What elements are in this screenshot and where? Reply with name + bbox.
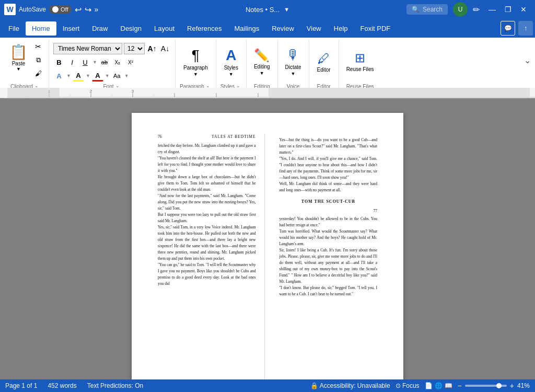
superscript-button[interactable]: X² bbox=[125, 56, 136, 68]
right-page-column: Yes—but the thing is—do you want to be a… bbox=[277, 134, 378, 379]
format-painter-button[interactable]: 🖌 bbox=[32, 68, 44, 79]
paragraph-button[interactable]: ¶ Paragraph ▼ bbox=[180, 45, 211, 78]
web-view-icon[interactable]: 🌐 bbox=[435, 382, 443, 389]
paste-button[interactable]: 📋 Paste ▼ bbox=[6, 41, 31, 74]
pen-icon[interactable]: ✏ bbox=[473, 5, 480, 15]
copy-button[interactable]: ⧉ bbox=[32, 54, 44, 66]
undo-icon[interactable]: ↩ bbox=[75, 5, 82, 15]
search-box[interactable]: 🔍 Search bbox=[406, 4, 448, 15]
ruler-top: 1 2 3 bbox=[0, 88, 535, 98]
styles-button[interactable]: A Styles ▼ bbox=[220, 45, 241, 78]
chapter-title: TOM THE SCOUT-CUB bbox=[280, 199, 378, 205]
paragraph-dropdown[interactable]: ▼ bbox=[193, 72, 198, 77]
menu-home[interactable]: Home bbox=[26, 21, 56, 36]
grow-font-button[interactable]: A↑ bbox=[146, 43, 158, 54]
dictate-button[interactable]: 🎙 Dictate ▼ bbox=[282, 45, 305, 78]
close-button[interactable]: ✕ bbox=[516, 2, 531, 17]
share-button[interactable]: ↑ bbox=[518, 21, 533, 36]
menu-references[interactable]: References bbox=[181, 21, 228, 36]
menu-file[interactable]: File bbox=[2, 21, 26, 36]
ribbon-more-icon: ⌄ bbox=[524, 55, 531, 65]
search-placeholder: Search bbox=[423, 6, 443, 13]
view-controls: 📄 🌐 📖 bbox=[425, 382, 452, 389]
svg-text:2: 2 bbox=[90, 89, 92, 94]
reuse-files-button[interactable]: ⊞ Reuse Files bbox=[343, 45, 377, 78]
editing-button[interactable]: ✏️ Editing ▼ bbox=[251, 45, 273, 78]
page-number-left: 76 bbox=[158, 134, 162, 140]
autosave-label: AutoSave bbox=[19, 6, 46, 13]
word-app-icon: W bbox=[4, 4, 16, 15]
subscript-button[interactable]: X₂ bbox=[112, 56, 123, 68]
read-mode-icon[interactable]: 📖 bbox=[445, 382, 452, 389]
minimize-button[interactable]: — bbox=[485, 2, 499, 17]
page-title: TALES AT BEDTIME bbox=[212, 134, 255, 140]
cut-button[interactable]: ✂ bbox=[32, 41, 44, 52]
svg-text:3: 3 bbox=[132, 89, 134, 94]
bold-button[interactable]: B bbox=[53, 56, 65, 68]
title-bar: W AutoSave Off ↩ ↪ » Notes • S... ▼ 🔍 Se… bbox=[0, 0, 535, 19]
redo-icon[interactable]: ↪ bbox=[85, 5, 91, 15]
voice-group: 🎙 Dictate ▼ Voice bbox=[278, 40, 309, 90]
ribbon-more-button[interactable]: ⌄ bbox=[522, 40, 533, 65]
strikethrough-button[interactable]: ab bbox=[99, 56, 110, 68]
font-size-select[interactable]: 12 bbox=[124, 43, 145, 54]
menu-review[interactable]: Review bbox=[265, 21, 300, 36]
toggle-knob bbox=[52, 6, 59, 13]
zoom-minus-button[interactable]: − bbox=[458, 382, 462, 390]
autosave-toggle[interactable]: Off bbox=[49, 5, 71, 14]
editing-dropdown[interactable]: ▼ bbox=[260, 71, 264, 76]
zoom-controls: − + 41% bbox=[458, 382, 530, 390]
editor-button[interactable]: 🖊 Editor bbox=[313, 45, 334, 78]
text-predictions[interactable]: Text Predictions: On bbox=[87, 382, 143, 389]
dictate-icon: 🎙 bbox=[286, 47, 300, 63]
font-group: Times New Roman 12 A↑ A↓ B I U ▼ ab X₂ X… bbox=[49, 40, 176, 90]
zoom-thumb bbox=[496, 383, 502, 388]
menu-design[interactable]: Design bbox=[114, 21, 148, 36]
styles-icon: A bbox=[226, 47, 236, 64]
maximize-button[interactable]: ❐ bbox=[501, 2, 515, 17]
menu-mailings[interactable]: Mailings bbox=[228, 21, 266, 36]
text-effects-button[interactable]: A bbox=[53, 70, 65, 82]
doc-title: Notes • S... bbox=[246, 6, 280, 14]
window-controls: — ❐ ✕ bbox=[485, 2, 531, 17]
paste-label: Paste bbox=[12, 61, 26, 66]
menu-draw[interactable]: Draw bbox=[86, 21, 114, 36]
paragraph-icon: ¶ bbox=[192, 47, 200, 64]
title-bar-right: 🔍 Search U ✏ — ❐ ✕ bbox=[294, 2, 531, 17]
underline-button[interactable]: U bbox=[79, 56, 91, 68]
comments-button[interactable]: 💬 bbox=[501, 21, 515, 36]
paste-dropdown-icon[interactable]: ▼ bbox=[16, 66, 21, 72]
change-case-button[interactable]: Aa bbox=[111, 70, 123, 82]
right-column-top-text: Yes—but the thing is—do you want to be a… bbox=[280, 137, 378, 193]
status-bar: Page 1 of 1 452 words Text Predictions: … bbox=[0, 379, 535, 392]
editing-icon: ✏️ bbox=[254, 48, 270, 63]
menu-insert[interactable]: Insert bbox=[56, 21, 86, 36]
menu-help[interactable]: Help bbox=[328, 21, 354, 36]
font-color-button[interactable]: A bbox=[92, 70, 103, 82]
italic-button[interactable]: I bbox=[66, 56, 78, 68]
word-count: 452 words bbox=[48, 382, 76, 389]
zoom-slider[interactable] bbox=[465, 385, 507, 387]
dictate-dropdown[interactable]: ▼ bbox=[291, 71, 296, 76]
reuse-files-group: ⊞ Reuse Files Reuse Files bbox=[339, 40, 381, 90]
font-name-select[interactable]: Times New Roman bbox=[53, 43, 122, 54]
styles-label: Styles bbox=[224, 65, 238, 71]
styles-dropdown[interactable]: ▼ bbox=[229, 72, 234, 77]
menu-layout[interactable]: Layout bbox=[148, 21, 181, 36]
shrink-font-button[interactable]: A↓ bbox=[159, 43, 171, 54]
title-dropdown-icon[interactable]: ▼ bbox=[284, 6, 289, 13]
more-icon[interactable]: » bbox=[95, 5, 99, 14]
zoom-level[interactable]: 41% bbox=[517, 382, 530, 389]
menu-foxit-pdf[interactable]: Foxit PDF bbox=[354, 21, 397, 36]
menu-bar: File Home Insert Draw Design Layout Refe… bbox=[0, 19, 535, 38]
zoom-plus-button[interactable]: + bbox=[510, 382, 514, 390]
highlight-color-button[interactable]: A bbox=[73, 70, 84, 82]
print-layout-icon[interactable]: 📄 bbox=[425, 382, 433, 389]
reuse-files-label: Reuse Files bbox=[346, 66, 374, 73]
styles-group: A Styles ▼ Styles ⌄ bbox=[216, 40, 247, 90]
paste-icon: 📋 bbox=[9, 43, 28, 61]
accessibility-label[interactable]: 🔒 Accessibility: Unavailable bbox=[310, 382, 390, 389]
user-avatar[interactable]: U bbox=[453, 2, 468, 17]
menu-view[interactable]: View bbox=[300, 21, 328, 36]
focus-label[interactable]: ⊙ Focus bbox=[396, 382, 420, 389]
